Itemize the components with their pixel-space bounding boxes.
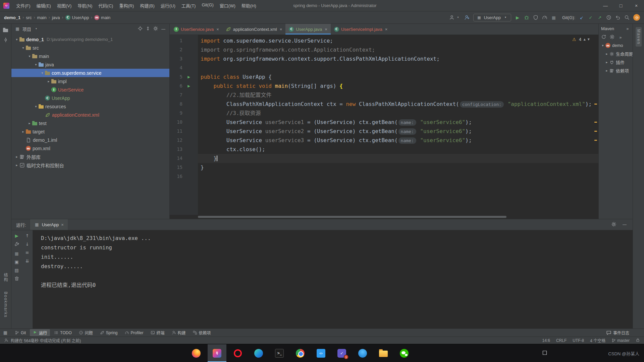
git-branch[interactable]: master: [611, 338, 630, 343]
tool-window-build[interactable]: 构建: [169, 329, 189, 336]
code-line[interactable]: 10 UserService userService1 = (UserServi…: [170, 118, 598, 127]
maven-item-dependencies[interactable]: ▸依赖项: [599, 66, 633, 75]
scroll-end-button[interactable]: ⇊: [24, 258, 30, 263]
code-line[interactable]: 7 //2.加载配置文件: [170, 90, 598, 100]
gutter-run-slot[interactable]: ▶: [184, 72, 193, 81]
settings-update-button[interactable]: [633, 14, 640, 21]
taskbar-blue-app[interactable]: [353, 344, 372, 362]
tree-chevron-icon[interactable]: ▸: [46, 79, 51, 83]
menu-item-5[interactable]: 重构(R): [116, 1, 137, 10]
file-encoding[interactable]: UTF-8: [573, 338, 584, 343]
maven-more-button[interactable]: »: [625, 26, 630, 31]
project-tree-item[interactable]: mpom.xml: [11, 144, 169, 153]
tool-window-terminal[interactable]: 终端: [148, 329, 168, 336]
menu-item-2[interactable]: 视图(V): [54, 1, 74, 10]
tree-chevron-icon[interactable]: ▸: [14, 155, 19, 159]
editor-tab-UserService.java[interactable]: IUserService.java×: [170, 24, 222, 35]
collapse-all-button[interactable]: [145, 26, 151, 32]
tree-chevron-icon[interactable]: ▾: [40, 71, 45, 75]
run-configuration-select[interactable]: ▦UserApp▾: [473, 14, 511, 21]
soft-wrap-button[interactable]: ≡: [24, 250, 30, 255]
git-push-button[interactable]: ↗: [597, 15, 602, 20]
tree-chevron-icon[interactable]: ▸: [14, 163, 19, 167]
taskbar-window-button[interactable]: [542, 350, 547, 356]
next-problem-icon[interactable]: ▼: [588, 38, 590, 41]
tree-chevron-icon[interactable]: ▾: [33, 105, 39, 108]
project-tree-item[interactable]: ▸impl: [11, 77, 169, 85]
breadcrumb-item[interactable]: java: [52, 15, 60, 20]
inspections-widget[interactable]: ⚠4▲▼: [572, 37, 590, 42]
run-settings-button[interactable]: [611, 222, 616, 228]
down-button[interactable]: ↓: [24, 241, 30, 247]
taskbar-wechat[interactable]: [395, 344, 414, 362]
code-line[interactable]: 12 UserService userService3 = (UserServi…: [170, 136, 598, 145]
tool-window-git[interactable]: Git: [12, 330, 29, 336]
breadcrumb-item[interactable]: CUserApp: [65, 15, 89, 20]
editor-tab-UserServiceImpl.java[interactable]: CUserServiceImpl.java×: [331, 24, 391, 35]
taskbar-edge[interactable]: [249, 344, 268, 362]
tool-window-profiler[interactable]: Profiler: [122, 330, 147, 336]
wrench-button[interactable]: [14, 241, 19, 248]
panel-settings-button[interactable]: [153, 26, 158, 32]
editor-tab-applicationContext.xml[interactable]: applicationContext.xml×: [222, 24, 285, 35]
user-account-button[interactable]: ▾: [449, 15, 461, 20]
taskbar-opera[interactable]: [228, 344, 247, 362]
code-line[interactable]: 1import com.superdemo.service.UserServic…: [170, 36, 598, 45]
breadcrumb-item[interactable]: src: [26, 15, 32, 20]
up-button[interactable]: ↑: [24, 233, 30, 238]
project-stripe-button[interactable]: [3, 28, 8, 33]
tree-chevron-icon[interactable]: ▾: [27, 54, 32, 58]
project-tree-item[interactable]: ▾java: [11, 60, 169, 69]
scrollbar-thumb[interactable]: [198, 216, 506, 218]
close-tab-icon[interactable]: ×: [216, 27, 219, 32]
code-line[interactable]: 5▶public class UserApp {: [170, 72, 598, 81]
warning-stripe-mark[interactable]: [594, 140, 597, 141]
project-tree-item[interactable]: ▾demo_1D:\java\work\spring demo\demo_1: [11, 35, 169, 44]
commit-stripe-button[interactable]: [3, 37, 8, 44]
taskbar-explorer[interactable]: [374, 344, 393, 362]
code-line[interactable]: 8 ClassPathXmlApplicationContext ctx = n…: [170, 100, 598, 109]
line-ending[interactable]: CRLF: [556, 338, 567, 343]
structure-stripe-label[interactable]: 结构: [2, 271, 9, 284]
print-button[interactable]: ▤: [14, 267, 19, 273]
console-line[interactable]: destroy......: [41, 262, 633, 271]
close-button[interactable]: ×: [629, 0, 644, 11]
console-line[interactable]: D:\java\jdk\8_231\bin\java.exe ...: [41, 234, 633, 243]
taskbar-idea[interactable]: IJ: [208, 344, 226, 362]
readonly-lock-button[interactable]: [636, 338, 640, 343]
maven-more-actions-button[interactable]: »: [618, 35, 623, 40]
debug-button[interactable]: [524, 15, 529, 20]
close-run-tab-icon[interactable]: ×: [61, 222, 64, 227]
horizontal-scrollbar[interactable]: [170, 215, 598, 219]
menu-item-1[interactable]: 编辑(E): [34, 1, 54, 10]
project-tree-item[interactable]: ▾main: [11, 52, 169, 60]
taskbar-firefox[interactable]: [187, 344, 206, 362]
breadcrumb-item[interactable]: mmain: [94, 15, 110, 20]
project-tree-item[interactable]: IUserService: [11, 85, 169, 94]
menu-item-8[interactable]: 工具(T): [179, 1, 199, 10]
tool-window-run[interactable]: ▶运行: [30, 329, 50, 336]
minimize-button[interactable]: —: [598, 0, 613, 11]
maven-project-item[interactable]: ▾mdemo: [599, 41, 633, 50]
maven-item-plugins[interactable]: ▸插件: [599, 58, 633, 66]
breadcrumb-item[interactable]: main: [37, 15, 46, 20]
project-tree-item[interactable]: ▸临时文件和控制台: [11, 161, 169, 169]
project-tree-item[interactable]: ▸test: [11, 119, 169, 127]
tree-chevron-icon[interactable]: ▾: [33, 63, 39, 66]
code-line[interactable]: 11 UserService userService2 = (UserServi…: [170, 127, 598, 136]
code-line[interactable]: 3import org.springframework.context.supp…: [170, 54, 598, 63]
tree-chevron-icon[interactable]: ▸: [27, 121, 32, 125]
maven-item-lifecycle[interactable]: ▸生命周期: [599, 50, 633, 58]
warning-stripe-mark[interactable]: [594, 104, 597, 105]
layout-button[interactable]: ▣: [14, 259, 19, 264]
hide-panel-button[interactable]: —: [161, 26, 166, 32]
run-minimize-button[interactable]: —: [622, 222, 627, 228]
menu-item-4[interactable]: 代码(C): [96, 1, 116, 10]
project-tree-item[interactable]: ▸外部库: [11, 153, 169, 161]
trash-button[interactable]: [14, 276, 19, 282]
menu-item-10[interactable]: 窗口(W): [217, 1, 238, 10]
tool-windows-switcher-icon[interactable]: ▦: [3, 330, 8, 335]
menu-item-11[interactable]: 帮助(H): [239, 1, 259, 10]
project-tree-item[interactable]: applicationContext.xml: [11, 111, 169, 119]
taskbar-chrome[interactable]: [291, 344, 310, 362]
